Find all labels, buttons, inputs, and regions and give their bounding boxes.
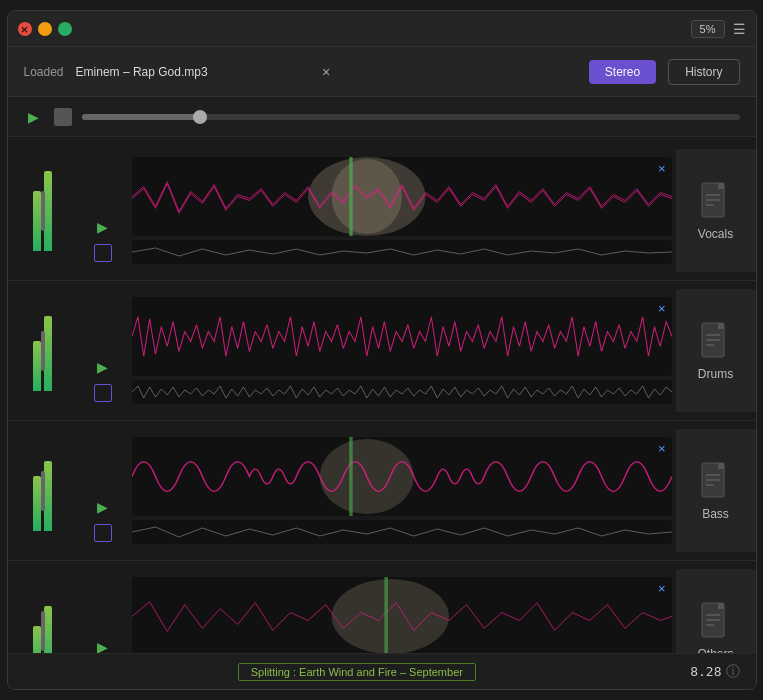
fader-handle-bass[interactable] (41, 471, 45, 511)
track-label-bass: Bass (676, 429, 756, 552)
track-label-text-drums: Drums (698, 367, 733, 381)
close-track-drums[interactable]: × (658, 301, 666, 316)
app-window: × 5% ☰ Loaded Eminem – Rap God.mp3 × Ste… (7, 10, 757, 690)
tracks-area: ▶ × (8, 137, 756, 653)
track-label-drums: Drums (676, 289, 756, 412)
track-controls-bass: ▶ (78, 429, 128, 552)
track-play-others[interactable]: ▶ (92, 636, 114, 653)
fader-bar (44, 316, 52, 391)
file-icon-drums (700, 321, 732, 359)
stereo-button[interactable]: Stereo (589, 60, 656, 84)
track-mute-bass[interactable] (94, 524, 112, 542)
track-label-text-vocals: Vocals (698, 227, 733, 241)
track-row-vocals: ▶ × (8, 141, 756, 281)
file-name: Eminem – Rap God.mp3 (76, 65, 305, 79)
playback-bar: ▶ (8, 97, 756, 137)
track-label-text-bass: Bass (702, 507, 729, 521)
title-bar-right: 5% ☰ (691, 20, 746, 38)
play-button[interactable]: ▶ (24, 107, 44, 127)
track-fader-vocals (8, 149, 78, 272)
svg-rect-25 (384, 577, 388, 653)
fader-bar (44, 606, 52, 654)
fader-handle-others[interactable] (41, 611, 45, 651)
waveform-main-others: × (132, 577, 672, 653)
waveform-svg-others (132, 577, 672, 653)
maximize-button[interactable] (58, 22, 72, 36)
svg-rect-17 (349, 437, 353, 516)
waveform-mini-svg-vocals (132, 240, 672, 264)
progress-knob[interactable] (193, 110, 207, 124)
minimize-button[interactable] (38, 22, 52, 36)
status-text: Splitting : Earth Wind and Fire – Septem… (238, 663, 476, 681)
close-track-vocals[interactable]: × (658, 161, 666, 176)
track-waveform-vocals: × (128, 149, 676, 272)
svg-point-24 (331, 579, 448, 653)
close-track-bass[interactable]: × (658, 441, 666, 456)
stop-button[interactable] (54, 108, 72, 126)
menu-icon[interactable]: ☰ (733, 21, 746, 37)
track-controls-vocals: ▶ (78, 149, 128, 272)
close-button[interactable]: × (18, 22, 32, 36)
svg-rect-10 (132, 380, 672, 404)
waveform-svg-bass (132, 437, 672, 516)
fader-handle-drums[interactable] (41, 331, 45, 371)
info-icon[interactable]: ⓘ (726, 663, 740, 681)
track-row-bass: ▶ × (8, 421, 756, 561)
fader-bar (44, 461, 52, 531)
fader-handle-vocals[interactable] (41, 191, 45, 231)
track-controls-drums: ▶ (78, 289, 128, 412)
track-label-others: Others (676, 569, 756, 653)
loaded-label: Loaded (24, 65, 64, 79)
track-play-vocals[interactable]: ▶ (92, 216, 114, 238)
file-icon-others (700, 601, 732, 639)
status-bar: Splitting : Earth Wind and Fire – Septem… (8, 653, 756, 689)
time-display: 8.28 (690, 664, 721, 679)
svg-rect-9 (132, 297, 672, 376)
waveform-svg-drums (132, 297, 672, 376)
track-play-bass[interactable]: ▶ (92, 496, 114, 518)
track-waveform-others: × (128, 569, 676, 653)
waveform-main-drums: × (132, 297, 672, 376)
track-mute-drums[interactable] (94, 384, 112, 402)
track-fader-others (8, 569, 78, 653)
title-bar-buttons: × (18, 22, 72, 36)
waveform-main-vocals: × (132, 157, 672, 236)
waveform-main-bass: × (132, 437, 672, 516)
file-icon-bass (700, 461, 732, 499)
waveform-mini-vocals (132, 240, 672, 264)
fader-bar (44, 171, 52, 251)
waveform-mini-drums (132, 380, 672, 404)
waveform-svg-vocals (132, 157, 672, 236)
percent-badge: 5% (691, 20, 725, 38)
clear-button[interactable]: × (316, 62, 336, 82)
waveform-mini-bass (132, 520, 672, 544)
progress-bar[interactable] (82, 114, 740, 120)
track-label-vocals: Vocals (676, 149, 756, 272)
track-waveform-drums: × (128, 289, 676, 412)
waveform-mini-svg-drums (132, 380, 672, 404)
title-bar: × 5% ☰ (8, 11, 756, 47)
track-play-drums[interactable]: ▶ (92, 356, 114, 378)
file-icon-vocals (700, 181, 732, 219)
close-track-others[interactable]: × (658, 581, 666, 596)
history-button[interactable]: History (668, 59, 739, 85)
track-mute-vocals[interactable] (94, 244, 112, 262)
progress-fill (82, 114, 200, 120)
top-bar: Loaded Eminem – Rap God.mp3 × Stereo His… (8, 47, 756, 97)
track-row-drums: ▶ × (8, 281, 756, 421)
track-fader-bass (8, 429, 78, 552)
track-fader-drums (8, 289, 78, 412)
track-waveform-bass: × (128, 429, 676, 552)
track-controls-others: ▶ (78, 569, 128, 653)
waveform-mini-svg-bass (132, 520, 672, 544)
svg-rect-3 (349, 157, 353, 236)
track-row-others: ▶ × (8, 561, 756, 653)
